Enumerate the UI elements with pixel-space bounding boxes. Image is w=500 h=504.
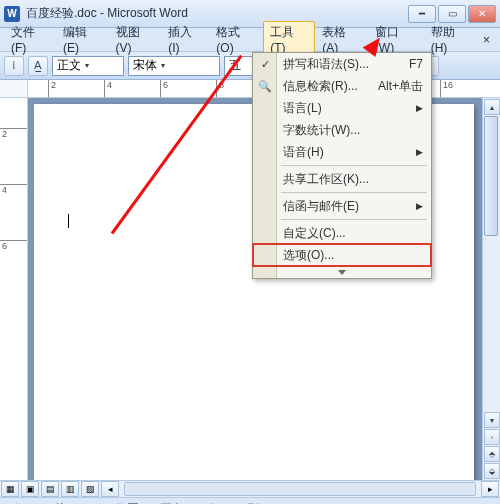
status-line: 1 行 <box>199 501 221 505</box>
minimize-button[interactable]: ━ <box>408 5 436 23</box>
menu-item-label: 自定义(C)... <box>283 225 346 242</box>
font-dropdown[interactable]: 宋体 ▾ <box>128 56 220 76</box>
scroll-right-button[interactable]: ▸ <box>481 481 499 497</box>
normal-view-button[interactable]: ▦ <box>1 481 19 497</box>
ruler-corner <box>0 80 28 98</box>
ruler-tick: 4 <box>0 184 27 195</box>
menu-separator <box>281 165 427 166</box>
scroll-up-button[interactable]: ▴ <box>484 99 500 115</box>
maximize-button[interactable]: ▭ <box>438 5 466 23</box>
chevron-down-icon: ▾ <box>85 61 89 70</box>
chevron-down-icon: ▾ <box>161 61 165 70</box>
style-handle-icon[interactable]: ⁞ <box>4 56 24 76</box>
window-title: 百度经验.doc - Microsoft Word <box>26 5 408 22</box>
web-view-button[interactable]: ▣ <box>21 481 39 497</box>
menu-item[interactable]: 共享工作区(K)... <box>253 168 431 190</box>
menu-item[interactable]: 自定义(C)... <box>253 222 431 244</box>
word-app-icon: W <box>4 6 20 22</box>
menu-shortcut: Alt+单击 <box>378 78 423 95</box>
menu-item[interactable]: 选项(O)... <box>253 244 431 266</box>
print-view-button[interactable]: ▤ <box>41 481 59 497</box>
menu-item[interactable]: ✓拼写和语法(S)...F7 <box>253 53 431 75</box>
text-cursor <box>68 214 69 228</box>
menu-shortcut: F7 <box>409 57 423 71</box>
submenu-arrow-icon: ▶ <box>416 201 423 211</box>
menu-edit[interactable]: 编辑(E) <box>56 21 109 58</box>
menu-item-label: 选项(O)... <box>283 247 334 264</box>
menu-file[interactable]: 文件(F) <box>4 21 56 58</box>
outline-view-button[interactable]: ▥ <box>61 481 79 497</box>
vertical-scrollbar[interactable]: ▴ ▾ ◦ ⬘ ⬙ <box>482 98 500 480</box>
scroll-thumb[interactable] <box>484 116 498 236</box>
menu-insert[interactable]: 插入(I) <box>161 21 209 58</box>
menu-item-label: 共享工作区(K)... <box>283 171 369 188</box>
menu-item[interactable]: 信函与邮件(E)▶ <box>253 195 431 217</box>
status-section: 1 节 <box>44 501 66 505</box>
menu-item[interactable]: 🔍信息检索(R)...Alt+单击 <box>253 75 431 97</box>
submenu-arrow-icon: ▶ <box>416 147 423 157</box>
menu-separator <box>281 219 427 220</box>
view-bar: ▦ ▣ ▤ ▥ ▧ ◂ ▸ <box>0 480 500 498</box>
close-button[interactable]: ✕ <box>468 5 496 23</box>
font-size-value: 五 <box>229 57 241 74</box>
menu-item-label: 语音(H) <box>283 144 324 161</box>
reading-view-button[interactable]: ▧ <box>81 481 99 497</box>
scroll-down-button[interactable]: ▾ <box>484 412 500 428</box>
scroll-left-button[interactable]: ◂ <box>101 481 119 497</box>
scroll-track[interactable] <box>484 116 500 426</box>
menu-item-label: 字数统计(W)... <box>283 122 360 139</box>
horizontal-scroll-track[interactable] <box>124 482 476 496</box>
menu-item-icon: ✓ <box>257 56 273 72</box>
status-bar: 1 页 1 节 1/1 位置 2.5厘米 1 行 1 列 <box>0 498 500 504</box>
status-position: 位置 2.5厘米 <box>115 501 183 505</box>
menu-item[interactable]: 语言(L)▶ <box>253 97 431 119</box>
prev-page-button[interactable]: ⬘ <box>484 446 500 462</box>
menu-item-label: 信息检索(R)... <box>283 78 358 95</box>
menu-item-label: 拼写和语法(S)... <box>283 56 369 73</box>
style-value: 正文 <box>57 57 81 74</box>
style-dropdown[interactable]: 正文 ▾ <box>52 56 124 76</box>
ruler-tick: 2 <box>0 128 27 139</box>
style-format-icon[interactable]: A̲ <box>28 56 48 76</box>
menu-separator <box>281 192 427 193</box>
menu-item-label: 信函与邮件(E) <box>283 198 359 215</box>
ruler-tick: 6 <box>0 240 27 251</box>
ruler-tick: 2 <box>48 80 56 97</box>
next-page-button[interactable]: ⬙ <box>484 463 500 479</box>
menu-view[interactable]: 视图(V) <box>109 21 162 58</box>
menu-item[interactable]: 字数统计(W)... <box>253 119 431 141</box>
ruler-tick: 16 <box>440 80 453 97</box>
menu-item-icon: 🔍 <box>257 78 273 94</box>
menu-item-label: 语言(L) <box>283 100 322 117</box>
status-page: 1 页 <box>6 501 28 505</box>
ruler-tick: 6 <box>160 80 168 97</box>
menu-expand-chevron[interactable] <box>253 266 431 278</box>
submenu-arrow-icon: ▶ <box>416 103 423 113</box>
font-value: 宋体 <box>133 57 157 74</box>
tools-dropdown-menu: ✓拼写和语法(S)...F7🔍信息检索(R)...Alt+单击语言(L)▶字数统… <box>252 52 432 279</box>
browse-object-button[interactable]: ◦ <box>484 429 500 445</box>
ruler-tick: 8 <box>216 80 224 97</box>
ruler-tick: 4 <box>104 80 112 97</box>
help-search-icon[interactable]: × <box>477 33 496 47</box>
menu-bar: 文件(F) 编辑(E) 视图(V) 插入(I) 格式(O) 工具(T) 表格(A… <box>0 28 500 52</box>
status-col: 1 列 <box>237 501 259 505</box>
menu-item[interactable]: 语音(H)▶ <box>253 141 431 163</box>
vertical-ruler[interactable]: 246 <box>0 98 28 480</box>
